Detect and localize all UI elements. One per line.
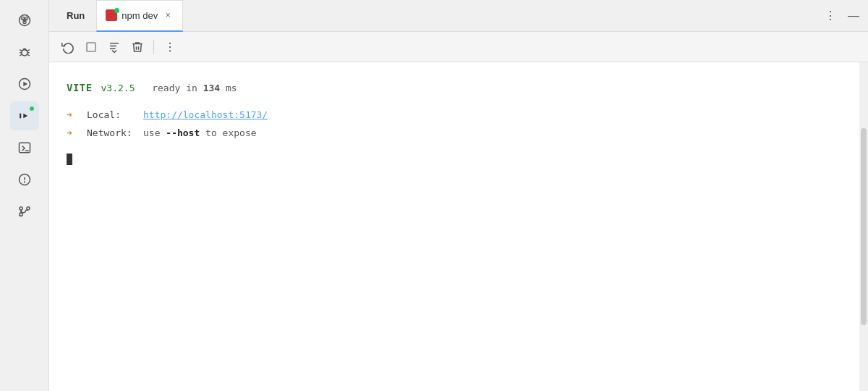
svg-point-23 [26,207,29,210]
svg-point-24 [19,213,22,216]
cursor-line [67,148,851,168]
local-label: Local: [87,108,137,123]
clear-button[interactable] [127,37,148,57]
problems-icon[interactable] [10,165,39,194]
npm-status-dot [114,8,119,13]
svg-point-21 [24,182,25,182]
vite-version: v3.2.5 [95,81,135,96]
time-value: 134 [203,83,220,93]
stop-button[interactable] [81,37,101,57]
tab-npm-dev[interactable]: npm dev × [96,0,183,32]
minimize-button[interactable]: — [845,7,862,25]
run-icon[interactable] [10,70,39,98]
svg-line-11 [20,54,22,56]
local-url-link[interactable]: http://localhost:5173/ [143,108,268,123]
svg-point-22 [19,207,22,210]
server-info-block: ➜ Local: http://localhost:5173/ ➜ Networ… [67,108,851,141]
more-options-button[interactable]: ⋮ [822,7,839,25]
ready-text: ready in 134 ms [141,81,237,96]
sidebar [0,0,49,391]
svg-point-32 [169,46,171,47]
local-row: ➜ Local: http://localhost:5173/ [67,108,851,123]
terminal-icon[interactable] [10,133,39,162]
svg-rect-27 [87,43,95,51]
rerun-button[interactable] [58,37,78,57]
svg-point-31 [169,42,171,43]
arrow-icon-local: ➜ [67,108,78,123]
svg-line-7 [20,50,22,51]
network-label: Network: [87,126,137,141]
scrollbar-thumb[interactable] [861,128,867,325]
scrollbar-track[interactable] [859,62,868,391]
tab-bar: Run npm dev × ⋮ — [49,0,868,32]
svg-point-33 [169,50,171,51]
text-cursor [67,154,72,165]
tab-bar-actions: ⋮ — [822,7,862,25]
main-panel: Run npm dev × ⋮ — [49,0,868,391]
scroll-to-end-button[interactable] [104,37,124,57]
npm-dev-tab-label: npm dev [122,10,158,21]
notification-icon[interactable] [10,6,39,35]
toolbar-separator [153,40,154,54]
svg-marker-15 [23,114,27,119]
active-dot [29,106,35,112]
network-flag: --host [166,127,200,138]
console-output: VITE v3.2.5 ready in 134 ms ➜ Local: htt… [49,62,868,391]
git-icon[interactable] [10,197,39,226]
svg-line-12 [27,54,29,56]
svg-point-6 [21,50,27,56]
network-row: ➜ Network: use --host to expose [67,126,851,141]
tab-close-button[interactable]: × [162,9,174,21]
npm-icon [106,9,117,21]
vite-label: VITE [67,80,93,96]
bug-icon[interactable] [10,38,39,67]
run-active-icon[interactable] [10,101,39,130]
run-tab-label: Run [67,10,85,21]
svg-marker-14 [23,82,27,87]
more-toolbar-button[interactable] [160,37,180,57]
vite-ready-line: VITE v3.2.5 ready in 134 ms [67,80,851,96]
network-value: use --host to expose [143,126,257,141]
svg-line-8 [27,50,29,51]
arrow-icon-network: ➜ [67,126,78,141]
tab-run[interactable]: Run [55,0,96,32]
toolbar [49,32,868,62]
